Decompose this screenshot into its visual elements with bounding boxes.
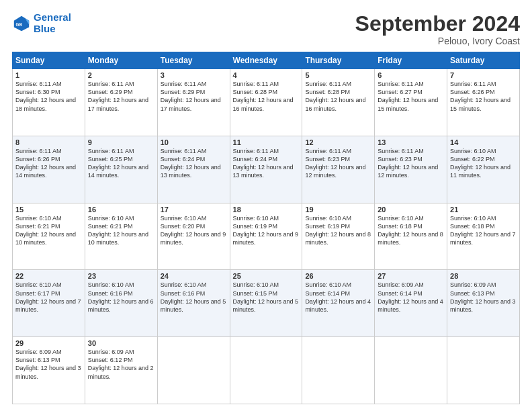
day-info: Sunrise: 6:11 AMSunset: 6:24 PMDaylight:… xyxy=(161,147,227,180)
calendar-week-3: 15Sunrise: 6:10 AMSunset: 6:21 PMDayligh… xyxy=(13,203,520,270)
day-info: Sunrise: 6:09 AMSunset: 6:12 PMDaylight:… xyxy=(88,348,154,381)
day-number: 26 xyxy=(305,272,371,280)
table-row xyxy=(302,337,375,404)
table-row: 26Sunrise: 6:10 AMSunset: 6:14 PMDayligh… xyxy=(302,270,375,337)
col-saturday: Saturday xyxy=(447,52,520,69)
table-row: 16Sunrise: 6:10 AMSunset: 6:21 PMDayligh… xyxy=(85,203,157,270)
day-number: 27 xyxy=(378,272,444,280)
day-info: Sunrise: 6:11 AMSunset: 6:28 PMDaylight:… xyxy=(233,80,300,113)
col-sunday: Sunday xyxy=(13,52,85,69)
day-info: Sunrise: 6:10 AMSunset: 6:14 PMDaylight:… xyxy=(305,281,371,314)
day-number: 30 xyxy=(88,339,154,347)
calendar-week-4: 22Sunrise: 6:10 AMSunset: 6:17 PMDayligh… xyxy=(13,270,520,337)
day-number: 6 xyxy=(378,71,444,79)
day-number: 11 xyxy=(233,138,300,146)
day-number: 23 xyxy=(88,272,154,280)
day-info: Sunrise: 6:10 AMSunset: 6:18 PMDaylight:… xyxy=(378,214,444,247)
day-info: Sunrise: 6:10 AMSunset: 6:21 PMDaylight:… xyxy=(88,214,154,247)
table-row: 7Sunrise: 6:11 AMSunset: 6:26 PMDaylight… xyxy=(447,69,520,136)
col-thursday: Thursday xyxy=(302,52,375,69)
table-row: 25Sunrise: 6:10 AMSunset: 6:15 PMDayligh… xyxy=(230,270,302,337)
day-number: 10 xyxy=(161,138,227,146)
day-number: 7 xyxy=(450,71,517,79)
day-info: Sunrise: 6:11 AMSunset: 6:23 PMDaylight:… xyxy=(378,147,444,180)
day-number: 14 xyxy=(450,138,517,146)
table-row: 14Sunrise: 6:10 AMSunset: 6:22 PMDayligh… xyxy=(447,136,520,203)
table-row: 8Sunrise: 6:11 AMSunset: 6:26 PMDaylight… xyxy=(13,136,85,203)
page: GB General Blue September 2024 Pelouo, I… xyxy=(0,0,532,411)
day-info: Sunrise: 6:10 AMSunset: 6:16 PMDaylight:… xyxy=(161,281,227,314)
day-number: 12 xyxy=(305,138,371,146)
day-info: Sunrise: 6:09 AMSunset: 6:13 PMDaylight:… xyxy=(15,348,82,381)
table-row: 15Sunrise: 6:10 AMSunset: 6:21 PMDayligh… xyxy=(13,203,85,270)
table-row xyxy=(447,337,520,404)
col-monday: Monday xyxy=(85,52,157,69)
table-row: 20Sunrise: 6:10 AMSunset: 6:18 PMDayligh… xyxy=(375,203,447,270)
table-row: 24Sunrise: 6:10 AMSunset: 6:16 PMDayligh… xyxy=(157,270,230,337)
logo-line2: Blue xyxy=(34,23,56,34)
month-title: September 2024 xyxy=(355,12,520,36)
table-row: 22Sunrise: 6:10 AMSunset: 6:17 PMDayligh… xyxy=(13,270,85,337)
day-info: Sunrise: 6:10 AMSunset: 6:19 PMDaylight:… xyxy=(233,214,300,247)
header-row: Sunday Monday Tuesday Wednesday Thursday… xyxy=(13,52,520,69)
day-info: Sunrise: 6:10 AMSunset: 6:15 PMDaylight:… xyxy=(233,281,300,314)
day-number: 8 xyxy=(15,138,82,146)
logo-text: General Blue xyxy=(34,12,71,34)
day-number: 13 xyxy=(378,138,444,146)
svg-text:GB: GB xyxy=(16,22,23,27)
day-number: 15 xyxy=(15,205,82,214)
day-number: 2 xyxy=(88,71,154,79)
day-number: 19 xyxy=(305,205,371,214)
day-info: Sunrise: 6:11 AMSunset: 6:24 PMDaylight:… xyxy=(233,147,300,180)
day-info: Sunrise: 6:10 AMSunset: 6:22 PMDaylight:… xyxy=(450,147,517,180)
day-info: Sunrise: 6:10 AMSunset: 6:20 PMDaylight:… xyxy=(161,214,227,247)
table-row xyxy=(157,337,230,404)
day-info: Sunrise: 6:09 AMSunset: 6:14 PMDaylight:… xyxy=(378,281,444,314)
day-info: Sunrise: 6:11 AMSunset: 6:29 PMDaylight:… xyxy=(161,80,227,113)
day-number: 1 xyxy=(15,71,82,79)
day-info: Sunrise: 6:10 AMSunset: 6:16 PMDaylight:… xyxy=(88,281,154,314)
table-row: 12Sunrise: 6:11 AMSunset: 6:23 PMDayligh… xyxy=(302,136,375,203)
day-number: 4 xyxy=(233,71,300,79)
table-row: 17Sunrise: 6:10 AMSunset: 6:20 PMDayligh… xyxy=(157,203,230,270)
day-info: Sunrise: 6:10 AMSunset: 6:21 PMDaylight:… xyxy=(15,214,82,247)
day-info: Sunrise: 6:11 AMSunset: 6:29 PMDaylight:… xyxy=(88,80,154,113)
table-row: 19Sunrise: 6:10 AMSunset: 6:19 PMDayligh… xyxy=(302,203,375,270)
day-info: Sunrise: 6:10 AMSunset: 6:18 PMDaylight:… xyxy=(450,214,517,247)
table-row: 6Sunrise: 6:11 AMSunset: 6:27 PMDaylight… xyxy=(375,69,447,136)
logo-icon: GB xyxy=(12,14,31,33)
table-row: 11Sunrise: 6:11 AMSunset: 6:24 PMDayligh… xyxy=(230,136,302,203)
day-number: 22 xyxy=(15,272,82,280)
table-row xyxy=(375,337,447,404)
location: Pelouo, Ivory Coast xyxy=(355,36,520,46)
header: GB General Blue September 2024 Pelouo, I… xyxy=(12,12,520,46)
table-row: 27Sunrise: 6:09 AMSunset: 6:14 PMDayligh… xyxy=(375,270,447,337)
day-number: 18 xyxy=(233,205,300,214)
day-number: 29 xyxy=(15,339,82,347)
day-info: Sunrise: 6:11 AMSunset: 6:26 PMDaylight:… xyxy=(450,80,517,113)
table-row: 23Sunrise: 6:10 AMSunset: 6:16 PMDayligh… xyxy=(85,270,157,337)
table-row: 13Sunrise: 6:11 AMSunset: 6:23 PMDayligh… xyxy=(375,136,447,203)
day-number: 28 xyxy=(450,272,517,280)
day-info: Sunrise: 6:10 AMSunset: 6:19 PMDaylight:… xyxy=(305,214,371,247)
table-row: 4Sunrise: 6:11 AMSunset: 6:28 PMDaylight… xyxy=(230,69,302,136)
logo: GB General Blue xyxy=(12,12,71,34)
day-info: Sunrise: 6:09 AMSunset: 6:13 PMDaylight:… xyxy=(450,281,517,314)
day-number: 20 xyxy=(378,205,444,214)
day-number: 3 xyxy=(161,71,227,79)
title-block: September 2024 Pelouo, Ivory Coast xyxy=(355,12,520,46)
day-number: 17 xyxy=(161,205,227,214)
table-row: 28Sunrise: 6:09 AMSunset: 6:13 PMDayligh… xyxy=(447,270,520,337)
table-row: 18Sunrise: 6:10 AMSunset: 6:19 PMDayligh… xyxy=(230,203,302,270)
calendar-week-1: 1Sunrise: 6:11 AMSunset: 6:30 PMDaylight… xyxy=(13,69,520,136)
day-number: 24 xyxy=(161,272,227,280)
day-number: 16 xyxy=(88,205,154,214)
col-wednesday: Wednesday xyxy=(230,52,302,69)
table-row: 3Sunrise: 6:11 AMSunset: 6:29 PMDaylight… xyxy=(157,69,230,136)
day-info: Sunrise: 6:11 AMSunset: 6:27 PMDaylight:… xyxy=(378,80,444,113)
day-info: Sunrise: 6:11 AMSunset: 6:23 PMDaylight:… xyxy=(305,147,371,180)
table-row: 29Sunrise: 6:09 AMSunset: 6:13 PMDayligh… xyxy=(13,337,85,404)
table-row: 5Sunrise: 6:11 AMSunset: 6:28 PMDaylight… xyxy=(302,69,375,136)
day-number: 9 xyxy=(88,138,154,146)
day-number: 21 xyxy=(450,205,517,214)
